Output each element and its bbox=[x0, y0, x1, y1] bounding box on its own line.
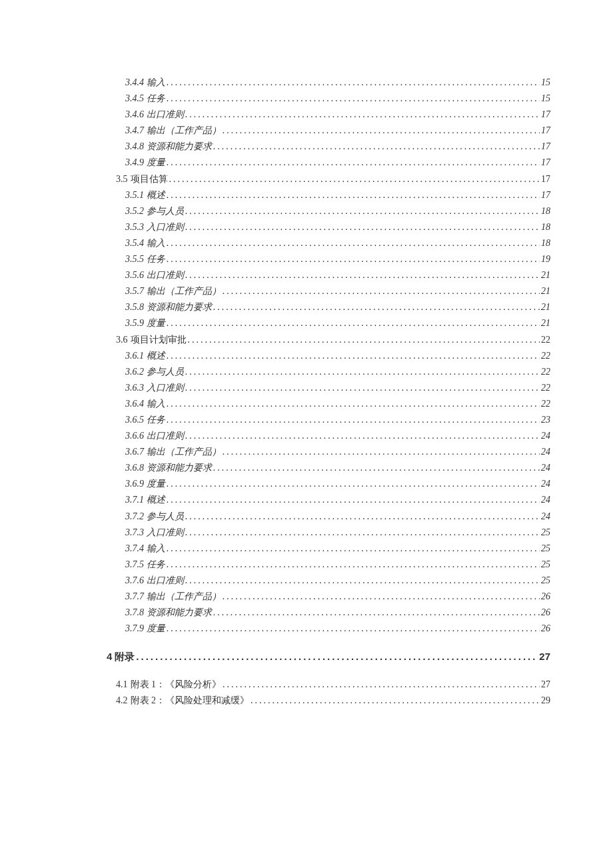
toc-entry-title: 任务 bbox=[147, 251, 165, 267]
toc-entry-title: 出口准则 bbox=[147, 428, 184, 444]
toc-entry[interactable]: 3.6项目计划审批...............................… bbox=[107, 332, 550, 348]
toc-entry-title: 输入 bbox=[147, 396, 165, 412]
toc-entry-page: 15 bbox=[541, 91, 550, 107]
toc-leader-dots: ........................................… bbox=[185, 203, 540, 219]
toc-entry[interactable]: 3.7.6出口准则...............................… bbox=[107, 573, 550, 589]
toc-entry-page: 21 bbox=[541, 267, 550, 283]
toc-leader-dots: ........................................… bbox=[167, 541, 540, 557]
toc-entry-page: 18 bbox=[541, 219, 550, 235]
toc-entry[interactable]: 4.1附表 1：《风险分析》..........................… bbox=[107, 677, 550, 693]
toc-leader-dots: ........................................… bbox=[213, 605, 540, 621]
toc-entry-title: 附录 bbox=[115, 649, 135, 665]
toc-entry-title: 输入 bbox=[147, 235, 165, 251]
toc-entry-title: 附表 2：《风险处理和减缓》 bbox=[131, 693, 250, 709]
toc-entry[interactable]: 4.2附表 2：《风险处理和减缓》.......................… bbox=[107, 693, 550, 709]
toc-entry-title: 资源和能力要求 bbox=[147, 299, 212, 315]
toc-entry[interactable]: 3.4.5任务.................................… bbox=[107, 91, 550, 107]
toc-entry-number: 3.6.6 bbox=[125, 428, 144, 444]
toc-entry[interactable]: 4附录.....................................… bbox=[107, 649, 550, 665]
toc-entry-title: 出口准则 bbox=[147, 573, 184, 589]
toc-leader-dots: ........................................… bbox=[185, 380, 540, 396]
toc-entry[interactable]: 3.6.8资源和能力要求............................… bbox=[107, 460, 550, 476]
toc-entry[interactable]: 3.5.7输出（工作产品）...........................… bbox=[107, 283, 550, 299]
toc-entry-page: 26 bbox=[541, 589, 550, 605]
toc-entry-number: 3.4.7 bbox=[125, 123, 144, 139]
toc-entry[interactable]: 3.6.5任务.................................… bbox=[107, 412, 550, 428]
toc-entry[interactable]: 3.6.2参与人员...............................… bbox=[107, 364, 550, 380]
toc-entry-number: 3.6 bbox=[116, 332, 128, 348]
toc-entry-number: 3.7.8 bbox=[125, 605, 144, 621]
toc-entry[interactable]: 3.6.7输出（工作产品）...........................… bbox=[107, 444, 550, 460]
toc-entry[interactable]: 3.5.6出口准则...............................… bbox=[107, 267, 550, 283]
toc-leader-dots: ........................................… bbox=[251, 693, 540, 709]
toc-entry-number: 3.4.8 bbox=[125, 139, 144, 155]
toc-entry-page: 22 bbox=[541, 348, 550, 364]
toc-entry[interactable]: 3.5.5任务.................................… bbox=[107, 251, 550, 267]
toc-leader-dots: ........................................… bbox=[185, 219, 540, 235]
toc-entry-page: 24 bbox=[541, 509, 550, 525]
toc-entry[interactable]: 3.4.8资源和能力要求............................… bbox=[107, 139, 550, 155]
toc-leader-dots: ........................................… bbox=[136, 649, 538, 665]
toc-entry[interactable]: 3.6.3入口准则...............................… bbox=[107, 380, 550, 396]
toc-entry-number: 3.4.5 bbox=[125, 91, 144, 107]
toc-entry-page: 24 bbox=[541, 428, 550, 444]
toc-entry-number: 3.7.7 bbox=[125, 589, 144, 605]
toc-leader-dots: ........................................… bbox=[223, 123, 540, 139]
toc-entry[interactable]: 3.4.9度量.................................… bbox=[107, 155, 550, 171]
toc-entry[interactable]: 3.5项目估算.................................… bbox=[107, 171, 550, 187]
toc-leader-dots: ........................................… bbox=[167, 315, 540, 331]
toc-entry[interactable]: 3.5.9度量.................................… bbox=[107, 315, 550, 331]
toc-entry[interactable]: 3.4.6出口准则...............................… bbox=[107, 107, 550, 123]
toc-entry-title: 概述 bbox=[147, 492, 165, 508]
toc-entry-title: 度量 bbox=[147, 621, 165, 637]
toc-leader-dots: ........................................… bbox=[169, 171, 540, 187]
toc-entry-number: 4 bbox=[107, 649, 112, 665]
toc-entry[interactable]: 3.5.4输入.................................… bbox=[107, 235, 550, 251]
toc-leader-dots: ........................................… bbox=[185, 364, 540, 380]
toc-entry-number: 3.5.8 bbox=[125, 299, 144, 315]
toc-entry-page: 23 bbox=[541, 412, 550, 428]
toc-entry[interactable]: 3.7.7输出（工作产品）...........................… bbox=[107, 589, 550, 605]
toc-entry[interactable]: 3.6.9度量.................................… bbox=[107, 476, 550, 492]
toc-entry[interactable]: 3.7.9度量.................................… bbox=[107, 621, 550, 637]
toc-entry-number: 3.7.3 bbox=[125, 525, 144, 541]
toc-entry-title: 参与人员 bbox=[147, 203, 184, 219]
toc-entry-number: 3.5.3 bbox=[125, 219, 144, 235]
toc-leader-dots: ........................................… bbox=[185, 428, 540, 444]
toc-leader-dots: ........................................… bbox=[167, 155, 540, 171]
toc-entry[interactable]: 3.7.2参与人员...............................… bbox=[107, 509, 550, 525]
toc-entry-title: 输入 bbox=[147, 541, 165, 557]
toc-leader-dots: ........................................… bbox=[223, 677, 540, 693]
toc-entry[interactable]: 3.5.1概述.................................… bbox=[107, 187, 550, 203]
toc-entry[interactable]: 3.4.4输入.................................… bbox=[107, 75, 550, 91]
toc-entry-title: 输出（工作产品） bbox=[147, 589, 221, 605]
toc-entry-title: 参与人员 bbox=[147, 364, 184, 380]
toc-leader-dots: ........................................… bbox=[185, 573, 540, 589]
toc-entry[interactable]: 3.7.1概述.................................… bbox=[107, 492, 550, 508]
toc-entry-page: 24 bbox=[541, 444, 550, 460]
toc-entry-page: 25 bbox=[541, 525, 550, 541]
toc-entry-number: 3.6.8 bbox=[125, 460, 144, 476]
toc-entry-page: 24 bbox=[541, 460, 550, 476]
toc-entry[interactable]: 3.6.6出口准则...............................… bbox=[107, 428, 550, 444]
toc-entry[interactable]: 3.4.7输出（工作产品）...........................… bbox=[107, 123, 550, 139]
toc-entry-number: 3.4.9 bbox=[125, 155, 144, 171]
toc-leader-dots: ........................................… bbox=[167, 187, 540, 203]
toc-entry[interactable]: 3.5.8资源和能力要求............................… bbox=[107, 299, 550, 315]
toc-entry[interactable]: 3.5.3入口准则...............................… bbox=[107, 219, 550, 235]
toc-leader-dots: ........................................… bbox=[167, 348, 540, 364]
toc-entry-page: 25 bbox=[541, 541, 550, 557]
toc-entry[interactable]: 3.6.1概述.................................… bbox=[107, 348, 550, 364]
toc-entry-title: 参与人员 bbox=[147, 509, 184, 525]
toc-entry-page: 22 bbox=[541, 380, 550, 396]
toc-entry[interactable]: 3.7.4输入.................................… bbox=[107, 541, 550, 557]
toc-entry[interactable]: 3.7.5任务.................................… bbox=[107, 557, 550, 573]
toc-entry-page: 25 bbox=[541, 573, 550, 589]
toc-entry-number: 3.7.5 bbox=[125, 557, 144, 573]
toc-entry-title: 任务 bbox=[147, 91, 165, 107]
toc-entry[interactable]: 3.7.8资源和能力要求............................… bbox=[107, 605, 550, 621]
toc-entry[interactable]: 3.6.4输入.................................… bbox=[107, 396, 550, 412]
toc-entry-title: 入口准则 bbox=[147, 525, 184, 541]
toc-entry[interactable]: 3.7.3入口准则...............................… bbox=[107, 525, 550, 541]
toc-entry[interactable]: 3.5.2参与人员...............................… bbox=[107, 203, 550, 219]
